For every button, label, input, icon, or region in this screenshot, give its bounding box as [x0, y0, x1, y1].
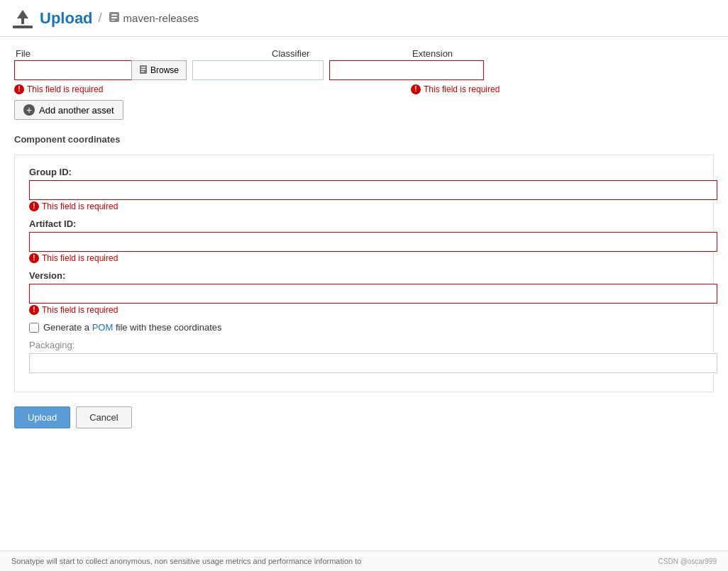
extension-column-header: Extension — [412, 48, 453, 59]
browse-button[interactable]: Browse — [131, 60, 187, 80]
add-another-asset-button[interactable]: + Add another asset — [14, 100, 123, 120]
svg-rect-8 — [141, 69, 145, 70]
group-id-input[interactable] — [29, 180, 717, 200]
generate-pom-checkbox[interactable] — [29, 323, 39, 333]
version-error: ! This field is required — [29, 305, 699, 315]
extension-error-text: This field is required — [424, 84, 500, 94]
version-field: Version: ! This field is required — [29, 270, 699, 315]
repo-name: maven-releases — [123, 12, 199, 24]
file-error-message: ! This field is required — [14, 84, 265, 94]
classifier-spacer — [270, 83, 405, 94]
browse-doc-icon — [139, 65, 148, 77]
svg-marker-1 — [17, 10, 28, 24]
main-content: File Classifier Extension Browse — [0, 37, 728, 454]
add-another-label: Add another asset — [39, 105, 114, 116]
file-error-col: ! This field is required — [14, 83, 265, 94]
component-coordinates-section: Component coordinates Group ID: ! This f… — [14, 134, 714, 392]
extension-error-icon: ! — [411, 84, 421, 94]
group-id-field: Group ID: ! This field is required — [29, 167, 699, 211]
classifier-field-group — [192, 60, 324, 80]
group-id-error-text: This field is required — [42, 201, 118, 211]
version-error-icon: ! — [29, 305, 39, 315]
artifact-id-error: ! This field is required — [29, 253, 699, 263]
pom-link: POM — [92, 322, 114, 333]
version-error-text: This field is required — [42, 305, 118, 315]
file-column-header: File — [16, 48, 31, 59]
classifier-column-header: Classifier — [272, 48, 309, 59]
generate-pom-row: Generate a POM file with these coordinat… — [29, 322, 699, 333]
asset-input-row: Browse — [14, 60, 714, 80]
file-field-group: Browse — [14, 60, 187, 80]
version-input[interactable] — [29, 284, 717, 304]
group-id-error: ! This field is required — [29, 201, 699, 211]
artifact-id-field: Artifact ID: ! This field is required — [29, 218, 699, 263]
page-header: Upload / maven-releases — [0, 0, 728, 37]
upload-button[interactable]: Upload — [14, 406, 70, 428]
version-label: Version: — [29, 270, 699, 281]
action-buttons: Upload Cancel — [14, 406, 714, 443]
upload-icon — [11, 7, 34, 30]
file-error-icon: ! — [14, 84, 24, 94]
packaging-label: Packaging: — [29, 340, 699, 350]
extension-input[interactable] — [329, 60, 484, 80]
file-input[interactable] — [14, 60, 131, 80]
breadcrumb-separator: / — [99, 11, 102, 26]
svg-rect-5 — [111, 20, 115, 21]
add-icon: + — [23, 104, 35, 116]
browse-label: Browse — [150, 65, 179, 75]
svg-rect-7 — [141, 67, 145, 68]
svg-rect-0 — [13, 26, 33, 28]
artifact-id-label: Artifact ID: — [29, 218, 699, 229]
extension-field-group — [329, 60, 484, 80]
artifact-id-error-icon: ! — [29, 253, 39, 263]
section-title: Component coordinates — [14, 134, 714, 145]
classifier-input[interactable] — [192, 60, 324, 80]
group-id-error-icon: ! — [29, 201, 39, 211]
svg-rect-4 — [111, 17, 117, 18]
packaging-input[interactable] — [29, 353, 717, 373]
asset-column-headers: File Classifier Extension — [14, 48, 714, 59]
page-title: Upload — [40, 9, 93, 28]
svg-rect-9 — [141, 71, 144, 72]
svg-rect-3 — [111, 14, 117, 16]
extension-error-message: ! This field is required — [411, 84, 570, 94]
extension-error-col: ! This field is required — [411, 83, 570, 94]
cancel-button[interactable]: Cancel — [76, 406, 131, 428]
coord-section: Group ID: ! This field is required Artif… — [14, 155, 714, 392]
repo-icon — [108, 11, 121, 26]
group-id-label: Group ID: — [29, 167, 699, 177]
generate-pom-label: Generate a POM file with these coordinat… — [43, 322, 221, 333]
file-error-text: This field is required — [27, 84, 103, 94]
artifact-id-input[interactable] — [29, 232, 717, 252]
asset-errors-row: ! This field is required ! This field is… — [14, 83, 714, 94]
artifact-id-error-text: This field is required — [42, 253, 118, 263]
packaging-field: Packaging: — [29, 340, 699, 373]
